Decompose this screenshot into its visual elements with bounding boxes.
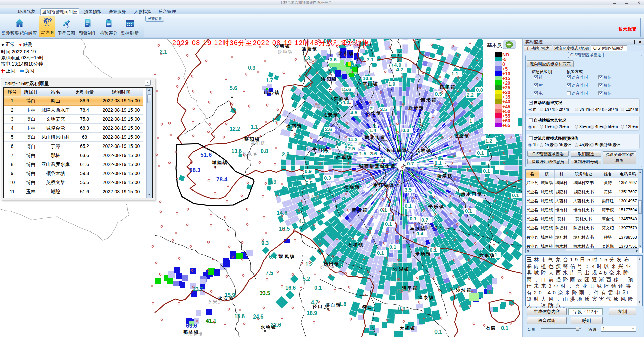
svg-text:15.6: 15.6	[234, 313, 245, 319]
svg-text:塘岸镇: 塘岸镇	[437, 173, 453, 178]
svg-text:米场镇: 米场镇	[415, 251, 431, 256]
svg-text:4.1: 4.1	[299, 218, 306, 224]
svg-text:0.4: 0.4	[416, 230, 424, 236]
svg-text:0.1: 0.1	[465, 208, 472, 214]
svg-text:1.1: 1.1	[251, 124, 258, 130]
svg-text:蒲塘镇: 蒲塘镇	[303, 59, 318, 64]
svg-text:9.3: 9.3	[269, 179, 276, 185]
svg-text:西埌镇: 西埌镇	[421, 98, 437, 103]
svg-text:城北街道: 城北街道	[364, 135, 386, 140]
svg-text:0.3: 0.3	[248, 65, 255, 71]
svg-text:18.9: 18.9	[307, 310, 317, 316]
svg-text:福绵镇: 福绵镇	[344, 184, 361, 189]
svg-text:9.3: 9.3	[261, 240, 269, 246]
svg-text:1.9: 1.9	[388, 81, 395, 87]
svg-text:平山镇: 平山镇	[312, 147, 329, 152]
svg-text:石窝: 石窝	[485, 325, 496, 330]
svg-text:1.7: 1.7	[266, 78, 273, 83]
svg-text:小平山镇: 小平山镇	[357, 82, 379, 87]
svg-text:24.6: 24.6	[253, 314, 263, 320]
svg-text:石南镇: 石南镇	[286, 123, 302, 128]
svg-text:沙湖镇: 沙湖镇	[393, 267, 410, 272]
svg-text:4.7: 4.7	[396, 67, 403, 72]
svg-text:0.5: 0.5	[435, 91, 442, 97]
svg-text:1.4: 1.4	[369, 127, 377, 133]
svg-text:11.2: 11.2	[348, 136, 357, 142]
svg-text:7.5: 7.5	[266, 270, 273, 276]
svg-text:2.6: 2.6	[325, 126, 332, 132]
svg-text:0.1: 0.1	[434, 329, 442, 335]
svg-text:0.3: 0.3	[402, 127, 409, 133]
svg-text:永安乡: 永安乡	[208, 299, 223, 304]
svg-text:那林镇: 那林镇	[188, 332, 203, 336]
svg-text:米场镇: 米场镇	[385, 262, 401, 267]
svg-text:名山镇: 名山镇	[404, 168, 419, 172]
svg-text:葵阳镇: 葵阳镇	[251, 141, 266, 145]
svg-text:63.6: 63.6	[186, 323, 197, 329]
svg-text:0.1: 0.1	[483, 168, 490, 174]
svg-text:10.9: 10.9	[363, 75, 372, 81]
svg-text:山心镇: 山心镇	[264, 90, 280, 95]
svg-text:清水口镇: 清水口镇	[461, 191, 483, 196]
svg-text:径口: 径口	[362, 305, 373, 310]
svg-text:13.6: 13.6	[231, 148, 242, 154]
svg-text:2.5: 2.5	[348, 145, 355, 151]
svg-text:成均镇: 成均镇	[305, 195, 320, 199]
svg-text:1.5: 1.5	[359, 151, 366, 156]
svg-text:洛阳乡: 洛阳乡	[311, 104, 327, 109]
svg-text:7.7: 7.7	[294, 92, 301, 98]
svg-text:平乐镇: 平乐镇	[428, 204, 445, 209]
svg-text:新桥镇: 新桥镇	[351, 208, 368, 213]
svg-text:卖酒镇: 卖酒镇	[334, 96, 350, 101]
svg-text:6.4: 6.4	[269, 254, 276, 260]
svg-text:2022-08-19 12时36分至2022-08-19 1: 2022-08-19 12时36分至2022-08-19 12时48分累积降水预…	[172, 39, 369, 46]
svg-text:沙塘镇: 沙塘镇	[277, 49, 293, 54]
svg-text:1.2: 1.2	[305, 262, 313, 267]
svg-text:龙安镇: 龙安镇	[322, 112, 339, 117]
svg-text:0.1: 0.1	[385, 221, 392, 227]
svg-text:0.7: 0.7	[407, 161, 414, 166]
svg-text:0.1: 0.1	[501, 325, 508, 331]
svg-text:5.6: 5.6	[230, 85, 237, 91]
svg-text:城隍镇: 城隍镇	[212, 160, 228, 165]
svg-text:0.1: 0.1	[377, 250, 384, 256]
svg-text:5.5: 5.5	[305, 181, 313, 186]
svg-text:4.5: 4.5	[350, 110, 357, 115]
svg-text:0.1: 0.1	[477, 150, 484, 156]
svg-text:14.6: 14.6	[277, 210, 287, 216]
svg-text:0.7: 0.7	[421, 217, 428, 223]
svg-text:大桥镇: 大桥镇	[400, 326, 416, 331]
svg-text:茂林镇: 茂林镇	[415, 148, 432, 153]
svg-text:2.2: 2.2	[467, 92, 474, 98]
svg-text:石和镇: 石和镇	[347, 242, 364, 247]
svg-text:温泉镇: 温泉镇	[418, 295, 434, 300]
svg-text:16.6: 16.6	[285, 285, 296, 291]
svg-text:浪平乡: 浪平乡	[397, 289, 412, 293]
svg-text:径口乡: 径口乡	[312, 304, 329, 309]
svg-text:双凤镇: 双凤镇	[279, 254, 295, 259]
svg-text:1.1: 1.1	[451, 71, 458, 76]
svg-text:北流镇: 北流镇	[453, 133, 470, 138]
svg-text:1: 1	[469, 118, 472, 124]
svg-text:0.8: 0.8	[261, 148, 268, 154]
svg-text:+65: +65	[502, 123, 510, 128]
svg-text:3.1: 3.1	[315, 236, 323, 241]
svg-text:2.8: 2.8	[282, 152, 289, 157]
svg-text:南江街道: 南江街道	[373, 183, 395, 188]
svg-text:基本反: 基本反	[487, 42, 502, 48]
svg-text:沙坡镇: 沙坡镇	[456, 288, 472, 293]
svg-text:5.2: 5.2	[303, 276, 310, 282]
svg-text:2.1: 2.1	[160, 49, 167, 55]
svg-text:玉城街道: 玉城街道	[375, 164, 396, 169]
svg-text:大伦镇: 大伦镇	[366, 110, 382, 115]
svg-text:0.1: 0.1	[314, 285, 322, 291]
svg-text:蒲塘镇: 蒲塘镇	[301, 46, 318, 51]
svg-text:仁厚镇: 仁厚镇	[336, 155, 352, 160]
svg-text:68.3: 68.3	[189, 167, 200, 173]
svg-text:3.5: 3.5	[405, 187, 412, 193]
svg-text:78.4: 78.4	[216, 176, 228, 183]
svg-text:六麻镇: 六麻镇	[479, 253, 495, 258]
svg-text:1.2: 1.2	[485, 138, 492, 144]
svg-text:0.1: 0.1	[512, 192, 519, 198]
svg-text:沙田镇: 沙田镇	[320, 264, 335, 269]
